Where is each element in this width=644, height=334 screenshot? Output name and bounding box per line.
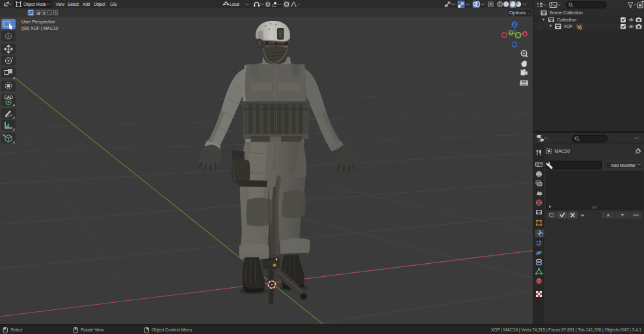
svg-text:Y: Y bbox=[509, 31, 513, 35]
svg-text:XOF: XOF bbox=[564, 24, 573, 29]
svg-text:Z: Z bbox=[513, 22, 516, 27]
svg-text:MAC10: MAC10 bbox=[555, 149, 570, 153]
svg-text:Scene Collection: Scene Collection bbox=[550, 10, 583, 15]
svg-text:X: X bbox=[524, 32, 527, 36]
svg-text:Add Modifier: Add Modifier bbox=[611, 163, 636, 168]
svg-text:CAD: CAD bbox=[4, 95, 13, 99]
svg-text:Collection: Collection bbox=[557, 18, 576, 22]
